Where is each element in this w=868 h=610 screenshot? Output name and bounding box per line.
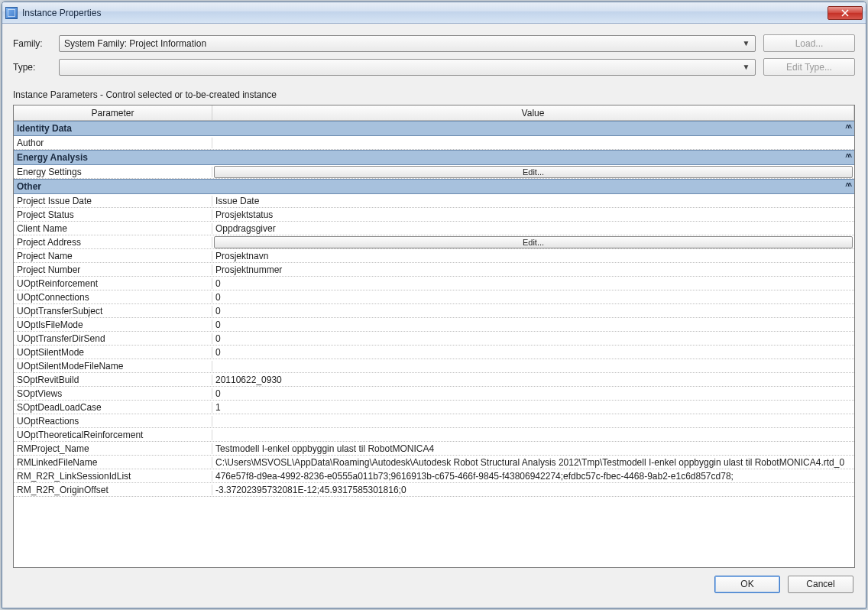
row-project-issue-date[interactable]: Project Issue DateIssue Date [14,194,854,208]
row-sopt-views[interactable]: SOptViews0 [14,387,854,401]
group-energy-analysis[interactable]: Energy Analysis ^^ [14,150,854,165]
window-title: Instance Properties [22,8,828,18]
row-uopt-transfer-subject[interactable]: UOptTransferSubject0 [14,304,854,318]
family-value: System Family: Project Information [64,38,206,49]
row-uopt-is-file-mode[interactable]: UOptIsFileMode0 [14,318,854,332]
row-rm-project-name[interactable]: RMProject_NameTestmodell I-enkel oppbygg… [14,442,854,456]
title-bar[interactable]: Instance Properties [2,2,866,24]
energy-edit-button[interactable]: Edit... [214,166,853,178]
dialog-content: Family: System Family: Project Informati… [2,24,866,608]
row-sopt-revit-build[interactable]: SOptRevitBuild20110622_0930 [14,373,854,387]
family-label: Family: [13,38,51,49]
project-address-edit-button[interactable]: Edit... [214,236,853,248]
row-project-name[interactable]: Project NameProsjektnavn [14,249,854,263]
edit-type-button[interactable]: Edit Type... [763,58,855,76]
app-icon [5,7,18,19]
chevron-down-icon: ▼ [740,37,752,50]
grid-body[interactable]: Identity Data ^^ Author Energy Analysis … [14,121,854,567]
row-energy-settings[interactable]: Energy Settings Edit... [14,165,854,179]
type-label: Type: [13,62,51,73]
row-uopt-theoretical-reinforcement[interactable]: UOptTheoreticalReinforcement [14,428,854,442]
type-row: Type: ▼ Edit Type... [13,58,855,76]
row-project-status[interactable]: Project StatusProsjektstatus [14,208,854,222]
cancel-button[interactable]: Cancel [788,576,853,593]
collapse-icon: ^^ [845,124,850,132]
close-button[interactable] [828,6,863,20]
row-uopt-silent-mode[interactable]: UOptSilentMode0 [14,346,854,359]
window-buttons [828,6,863,20]
row-author[interactable]: Author [14,136,854,150]
row-uopt-silent-mode-file-name[interactable]: UOptSilentModeFileName [14,359,854,373]
col-parameter[interactable]: Parameter [14,105,212,120]
parameters-grid: Parameter Value Identity Data ^^ Author … [13,105,855,568]
instance-params-label: Instance Parameters - Control selected o… [13,89,855,100]
row-uopt-transfer-dir-send[interactable]: UOptTransferDirSend0 [14,332,854,346]
row-rm-r2r-link-session-id-list[interactable]: RM_R2R_LinkSessionIdList476e57f8-d9ea-49… [14,469,854,483]
family-combo[interactable]: System Family: Project Information ▼ [59,35,756,52]
chevron-down-icon: ▼ [740,61,752,73]
row-uopt-reinforcement[interactable]: UOptReinforcement0 [14,277,854,290]
group-other[interactable]: Other ^^ [14,179,854,194]
row-project-address[interactable]: Project AddressEdit... [14,235,854,249]
ok-button[interactable]: OK [714,576,780,593]
dialog-footer: OK Cancel [13,568,855,600]
row-rm-r2r-origin-offset[interactable]: RM_R2R_OriginOffset-3.37202395732081E-12… [14,483,854,497]
row-uopt-reactions[interactable]: UOptReactions [14,414,854,428]
load-button[interactable]: Load... [763,34,855,52]
col-value[interactable]: Value [212,105,854,120]
row-sopt-dead-load-case[interactable]: SOptDeadLoadCase1 [14,401,854,414]
group-identity-data[interactable]: Identity Data ^^ [14,121,854,136]
row-project-number[interactable]: Project NumberProsjektnummer [14,263,854,277]
row-client-name[interactable]: Client NameOppdragsgiver [14,222,854,235]
collapse-icon: ^^ [845,182,850,190]
collapse-icon: ^^ [845,153,850,161]
grid-header: Parameter Value [14,105,854,121]
row-uopt-connections[interactable]: UOptConnections0 [14,290,854,304]
dialog-instance-properties: Instance Properties Family: System Famil… [2,2,866,608]
close-icon [841,9,849,17]
family-row: Family: System Family: Project Informati… [13,34,855,52]
row-rm-linked-file-name[interactable]: RMLinkedFileNameC:\Users\MSVOSL\AppData\… [14,456,854,469]
type-combo[interactable]: ▼ [59,59,756,76]
